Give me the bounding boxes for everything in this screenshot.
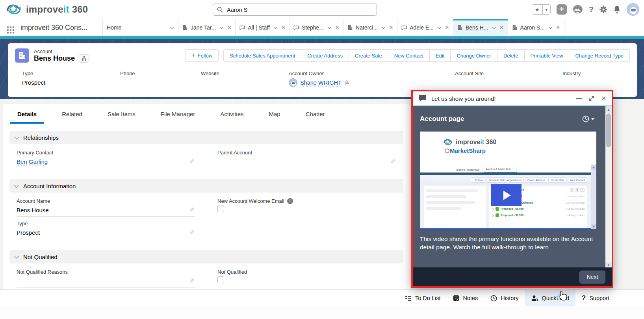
edit-pencil-icon[interactable]: ✎ xyxy=(189,206,195,213)
tab-label: Home xyxy=(107,24,121,31)
tab-details[interactable]: Details xyxy=(15,111,39,124)
close-icon[interactable]: ✕ xyxy=(601,95,606,102)
help-icon[interactable]: ? xyxy=(589,5,594,14)
field-label: Account Owner xyxy=(289,70,455,76)
tab-adele[interactable]: Adele E... ✕ xyxy=(397,19,453,36)
welcome-email-checkbox[interactable] xyxy=(217,206,224,212)
utility-quicklead[interactable]: QuickLead xyxy=(525,290,575,306)
tab-activities[interactable]: Activities xyxy=(218,111,246,124)
next-button[interactable]: Next xyxy=(579,271,605,284)
account-hierarchy-button[interactable] xyxy=(79,54,89,63)
mini-scrollbar[interactable]: ▲ ▼ xyxy=(591,165,596,229)
change-owner-icon[interactable] xyxy=(344,80,350,86)
tab-chatter[interactable]: Chatter xyxy=(303,111,327,124)
entity-label: Account xyxy=(34,48,89,54)
chevron-down-icon[interactable] xyxy=(220,25,224,29)
tab-naterci[interactable]: Naterci... ✕ xyxy=(343,19,397,36)
walkthrough-video-thumbnail[interactable]: improveit 360 MarketSharp Jesse's Househ… xyxy=(420,132,596,229)
history-dropdown[interactable] xyxy=(582,115,594,122)
field-value xyxy=(455,79,562,86)
favorites-dropdown-icon[interactable]: ▾ xyxy=(542,5,550,14)
app-launcher-waffle-icon[interactable] xyxy=(6,23,15,36)
search-input[interactable] xyxy=(226,6,373,13)
printable-view-button[interactable]: Printable View xyxy=(524,49,570,62)
info-icon[interactable]: i xyxy=(287,198,293,204)
close-icon[interactable]: ✕ xyxy=(389,25,393,30)
section-account-information[interactable]: Account Information xyxy=(9,179,403,193)
chevron-down-icon[interactable] xyxy=(170,25,174,29)
tab-all-staff[interactable]: All | Staff ✕ xyxy=(235,19,289,36)
close-icon[interactable]: ✕ xyxy=(500,25,504,30)
global-search[interactable] xyxy=(213,4,377,16)
chevron-down-icon[interactable] xyxy=(382,25,386,29)
expand-icon[interactable] xyxy=(589,96,594,101)
change-record-type-button[interactable]: Change Record Type xyxy=(569,49,630,62)
tab-home[interactable]: Home xyxy=(102,19,178,36)
new-contact-button[interactable]: New Contact xyxy=(388,49,430,62)
video-play-button[interactable] xyxy=(491,184,522,206)
tab-aaron[interactable]: Aaron S... ✕ xyxy=(508,19,564,36)
improveit-swirl-logo-icon xyxy=(443,138,453,147)
favorites-star-icon[interactable]: ★ xyxy=(532,5,542,14)
utility-support[interactable]: ? Support xyxy=(575,290,616,306)
setup-gear-icon[interactable] xyxy=(599,6,607,13)
close-icon[interactable]: ✕ xyxy=(445,25,449,30)
field-label: Type xyxy=(17,221,195,226)
create-address-button[interactable]: Create Address xyxy=(301,49,349,62)
field-label: Not Qualified Reasons xyxy=(17,269,195,275)
delete-button[interactable]: Delete xyxy=(497,49,525,62)
primary-contact-link[interactable]: Ben Garling xyxy=(17,158,48,165)
utility-to-do-list[interactable]: To Do List xyxy=(399,290,447,306)
scroll-up-icon[interactable]: ▲ xyxy=(591,165,596,170)
scrollbar-thumb[interactable] xyxy=(606,113,611,147)
tab-related[interactable]: Related xyxy=(59,111,85,124)
tab-jane-tar[interactable]: Jane Tar... ✕ xyxy=(178,19,235,36)
mini-detail-panel xyxy=(424,186,486,229)
notifications-bell-icon[interactable] xyxy=(613,6,621,14)
edit-pencil-icon[interactable]: ✎ xyxy=(390,158,395,165)
chevron-down-icon[interactable] xyxy=(548,25,552,29)
schedule-sales-appointment-button[interactable]: Schedule Sales Appointment xyxy=(223,49,301,62)
close-icon[interactable]: ✕ xyxy=(556,25,560,30)
walkthrough-title: Let us show you around! xyxy=(431,95,572,102)
walkthrough-scrollbar[interactable]: ▲ ▼ xyxy=(605,106,612,268)
edit-pencil-icon[interactable]: ✎ xyxy=(189,229,195,236)
field-label: Primary Contact xyxy=(17,150,195,156)
improveit360-logo: improveit 360 xyxy=(6,2,88,17)
chevron-down-icon[interactable] xyxy=(273,25,277,29)
edit-pencil-icon[interactable]: ✎ xyxy=(189,158,195,165)
chevron-down-icon[interactable] xyxy=(328,25,332,29)
tab-map[interactable]: Map xyxy=(267,111,283,124)
mini-tab: Avelino & Maria Dufr... xyxy=(484,167,517,172)
close-icon[interactable]: ✕ xyxy=(281,25,285,30)
record-actions: +Follow Schedule Sales Appointment Creat… xyxy=(185,49,630,62)
tab-file-manager[interactable]: File Manager xyxy=(158,111,198,124)
chevron-down-icon[interactable] xyxy=(437,25,441,29)
create-sale-button[interactable]: Create Sale xyxy=(349,49,388,62)
tab-bens-house-active[interactable]: Bens H... ✕ xyxy=(453,19,508,36)
favorites-control: ★ ▾ xyxy=(532,4,551,15)
close-icon[interactable]: ✕ xyxy=(227,25,231,30)
account-owner-link[interactable]: Shane WRIGHT xyxy=(300,80,341,86)
not-qualified-checkbox[interactable] xyxy=(217,276,224,283)
edit-button[interactable]: Edit xyxy=(429,49,451,62)
close-icon[interactable]: ✕ xyxy=(335,25,339,30)
change-owner-button[interactable]: Change Owner xyxy=(450,49,497,62)
tab-stephe[interactable]: Stephe... ✕ xyxy=(289,19,343,36)
minimize-icon[interactable] xyxy=(576,98,582,99)
scroll-down-icon[interactable]: ▼ xyxy=(591,224,596,229)
tab-sale-items[interactable]: Sale Items xyxy=(105,111,138,124)
video-brand: improveit 360 MarketSharp xyxy=(443,138,496,154)
section-relationships[interactable]: Relationships xyxy=(9,131,403,144)
utility-notes[interactable]: Notes xyxy=(447,290,484,306)
follow-button[interactable]: +Follow xyxy=(185,49,219,62)
utility-history[interactable]: History xyxy=(484,290,525,306)
scroll-up-icon[interactable]: ▲ xyxy=(605,106,612,113)
trailhead-icon[interactable] xyxy=(573,5,583,14)
edit-pencil-icon[interactable]: ✎ xyxy=(189,277,195,284)
quick-create-plus-icon[interactable]: + xyxy=(557,4,567,15)
user-avatar[interactable] xyxy=(627,3,639,16)
download-icon: ↓ xyxy=(580,188,585,192)
section-not-qualified[interactable]: Not Qualified xyxy=(9,250,403,263)
chevron-down-icon[interactable] xyxy=(492,25,496,29)
